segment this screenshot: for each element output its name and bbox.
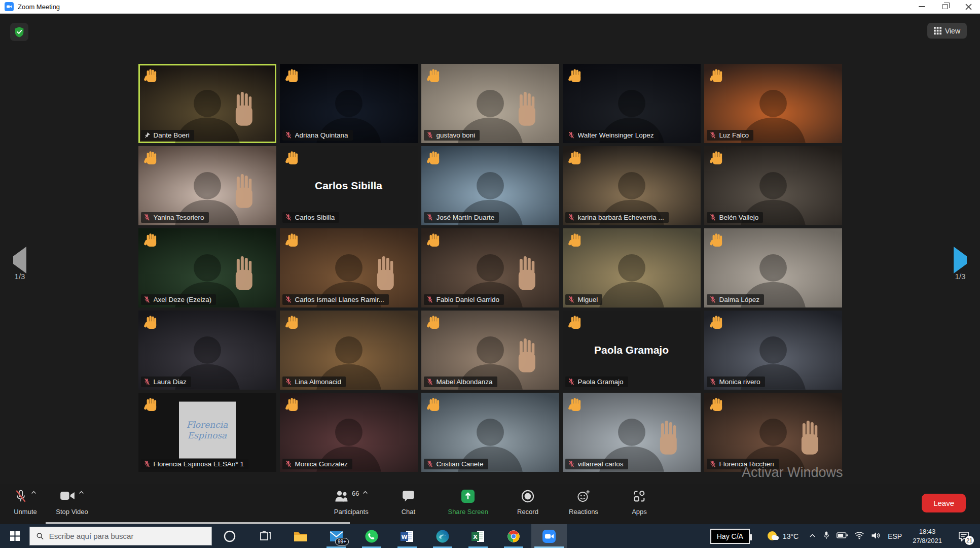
apps-button[interactable]: Apps bbox=[623, 484, 656, 524]
unmute-options-caret[interactable] bbox=[30, 489, 37, 496]
video-options-caret[interactable] bbox=[78, 489, 85, 496]
participant-tile[interactable]: Dalma López bbox=[704, 228, 842, 307]
notification-count-badge: 21 bbox=[965, 536, 974, 545]
raised-hand-icon bbox=[568, 68, 584, 84]
participant-tile[interactable]: Florencia Riccheri bbox=[704, 393, 842, 472]
participant-nameplate: Belén Vallejo bbox=[707, 212, 764, 223]
participant-tile[interactable]: Lina Almonacid bbox=[280, 311, 418, 390]
participant-name: Luz Falco bbox=[719, 131, 749, 139]
participant-name: Monica rivero bbox=[719, 378, 760, 386]
unmute-button[interactable]: Unmute bbox=[9, 484, 42, 524]
windows-taskbar: 99+ W bbox=[0, 524, 980, 548]
grid-view-icon bbox=[934, 27, 941, 35]
action-center-icon[interactable]: 21 bbox=[953, 524, 975, 548]
participant-tile[interactable]: Axel Deze (Ezeiza) bbox=[138, 228, 276, 307]
participant-name: Yanina Tesoriero bbox=[154, 214, 204, 221]
muted-mic-icon bbox=[709, 214, 716, 221]
participant-tile[interactable]: Carlos Sibilla Carlos Sibilla bbox=[280, 146, 418, 225]
next-page-button[interactable] bbox=[954, 256, 967, 264]
participant-tile[interactable]: Carlos Ismael Llanes Ramir... bbox=[280, 228, 418, 307]
participant-tile[interactable]: Miguel bbox=[563, 228, 701, 307]
participants-caret[interactable] bbox=[362, 489, 369, 496]
edge-icon[interactable] bbox=[425, 524, 460, 548]
participant-tile[interactable]: karina barbará Echeverria ... bbox=[563, 146, 701, 225]
reactions-button[interactable]: Reactions bbox=[567, 484, 600, 524]
participant-tile[interactable]: Paola Gramajo Paola Gramajo bbox=[563, 311, 701, 390]
muted-mic-icon bbox=[285, 131, 292, 139]
raised-hand-icon bbox=[426, 397, 442, 413]
participant-nameplate: Carlos Ismael Llanes Ramir... bbox=[282, 294, 389, 305]
participant-name: Dante Boeri bbox=[154, 131, 190, 139]
tray-volume-icon[interactable] bbox=[871, 531, 881, 541]
minimize-button[interactable] bbox=[910, 0, 933, 13]
search-input[interactable] bbox=[49, 532, 205, 540]
close-button[interactable] bbox=[957, 0, 980, 13]
raised-hand-icon bbox=[568, 397, 584, 413]
participant-tile[interactable]: Monica rivero bbox=[704, 311, 842, 390]
participant-tile[interactable]: Dante Boeri bbox=[138, 64, 276, 143]
participant-tile[interactable]: Belén Vallejo bbox=[704, 146, 842, 225]
word-icon[interactable]: W bbox=[389, 524, 425, 548]
share-screen-button[interactable]: Share Screen bbox=[448, 484, 488, 524]
clock-date: 27/8/2021 bbox=[913, 536, 942, 545]
leave-button[interactable]: Leave bbox=[922, 494, 966, 512]
participant-tile[interactable]: Adriana Quintana bbox=[280, 64, 418, 143]
whatsapp-icon[interactable] bbox=[354, 524, 389, 548]
tray-microphone-icon[interactable] bbox=[823, 531, 830, 541]
task-view-button[interactable] bbox=[247, 524, 283, 548]
raised-hand-icon bbox=[709, 315, 725, 330]
participants-button[interactable]: 66 Participants bbox=[334, 484, 369, 524]
raised-hand-icon bbox=[709, 150, 725, 166]
cortana-icon bbox=[223, 530, 236, 543]
participant-nameplate: José Martín Duarte bbox=[424, 212, 499, 223]
restore-button[interactable] bbox=[933, 0, 957, 13]
zoom-taskbar-icon[interactable] bbox=[531, 524, 567, 548]
weather-widget[interactable]: 13°C bbox=[761, 524, 804, 548]
participant-nameplate: Paola Gramajo bbox=[565, 376, 628, 387]
participant-nameplate: Yanina Tesoriero bbox=[141, 212, 209, 223]
participant-tile[interactable]: Laura Diaz bbox=[138, 311, 276, 390]
clock[interactable]: 18:43 27/8/2021 bbox=[909, 527, 946, 545]
mail-icon[interactable]: 99+ bbox=[318, 524, 354, 548]
chat-button[interactable]: Chat bbox=[392, 484, 424, 524]
participant-tile[interactable]: José Martín Duarte bbox=[421, 146, 559, 225]
start-button[interactable] bbox=[0, 524, 29, 548]
muted-mic-icon bbox=[426, 460, 433, 468]
raised-hand-icon bbox=[568, 315, 584, 330]
chrome-icon[interactable] bbox=[496, 524, 531, 548]
participant-tile[interactable]: Monica Gonzalez bbox=[280, 393, 418, 472]
participants-icon bbox=[334, 489, 349, 503]
stop-video-button[interactable]: Stop Video bbox=[56, 484, 88, 524]
participant-tile[interactable]: Florencia Espinosa Florencia Espinosa EE… bbox=[138, 393, 276, 472]
tray-battery-icon[interactable] bbox=[837, 531, 848, 541]
language-indicator[interactable]: ESP bbox=[888, 532, 902, 540]
participant-tile[interactable]: villarreal carlos bbox=[563, 393, 701, 472]
encryption-shield-icon[interactable] bbox=[10, 23, 28, 41]
participant-tile[interactable]: Walter Weinsinger Lopez bbox=[563, 64, 701, 143]
participant-tile[interactable]: Luz Falco bbox=[704, 64, 842, 143]
tray-wifi-icon[interactable] bbox=[854, 531, 864, 541]
tray-expand-icon[interactable] bbox=[809, 532, 816, 541]
raised-hand-icon bbox=[143, 315, 159, 330]
participant-nameplate: Florencia Riccheri bbox=[707, 459, 779, 469]
file-explorer-icon[interactable] bbox=[283, 524, 318, 548]
participant-name: Lina Almonacid bbox=[295, 378, 342, 386]
participant-name: Carlos Ismael Llanes Ramir... bbox=[295, 296, 384, 303]
participant-tile[interactable]: Fabio Daniel Garrido bbox=[421, 228, 559, 307]
participant-tile[interactable]: Mabel Albondanza bbox=[421, 311, 559, 390]
participant-nameplate: Axel Deze (Ezeiza) bbox=[141, 294, 216, 305]
view-button[interactable]: View bbox=[927, 23, 967, 39]
excel-icon[interactable]: X bbox=[460, 524, 496, 548]
raised-hand-icon bbox=[143, 232, 159, 248]
participant-nameplate: Laura Diaz bbox=[141, 376, 191, 387]
participant-tile[interactable]: Yanina Tesoriero bbox=[138, 146, 276, 225]
raised-hand-icon bbox=[285, 68, 301, 84]
record-button[interactable]: Record bbox=[512, 484, 544, 524]
raised-hand-icon bbox=[426, 150, 442, 166]
participant-tile[interactable]: Cristian Cañete bbox=[421, 393, 559, 472]
taskbar-search[interactable] bbox=[29, 527, 212, 545]
previous-page-button[interactable] bbox=[13, 256, 26, 264]
participant-name: villarreal carlos bbox=[578, 460, 624, 468]
participant-tile[interactable]: gustavo boni bbox=[421, 64, 559, 143]
cortana-button[interactable] bbox=[212, 524, 247, 548]
